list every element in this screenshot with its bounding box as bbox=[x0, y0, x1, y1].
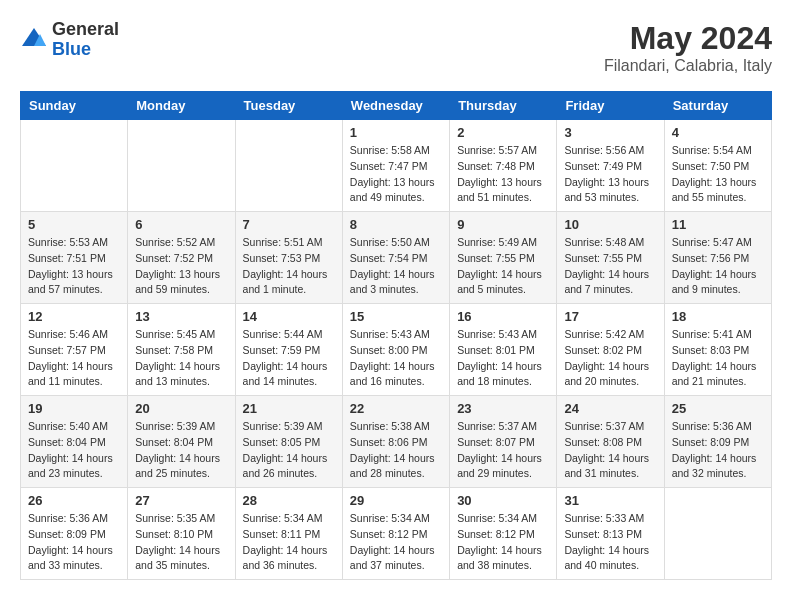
calendar-cell: 14Sunrise: 5:44 AMSunset: 7:59 PMDayligh… bbox=[235, 304, 342, 396]
calendar-cell: 22Sunrise: 5:38 AMSunset: 8:06 PMDayligh… bbox=[342, 396, 449, 488]
month-title: May 2024 bbox=[604, 20, 772, 57]
calendar-cell bbox=[128, 120, 235, 212]
calendar-cell: 27Sunrise: 5:35 AMSunset: 8:10 PMDayligh… bbox=[128, 488, 235, 580]
logo-blue: Blue bbox=[52, 40, 119, 60]
calendar-cell: 1Sunrise: 5:58 AMSunset: 7:47 PMDaylight… bbox=[342, 120, 449, 212]
day-number: 17 bbox=[564, 309, 656, 324]
day-info: Sunrise: 5:54 AMSunset: 7:50 PMDaylight:… bbox=[672, 143, 764, 206]
weekday-header: Thursday bbox=[450, 92, 557, 120]
calendar-cell: 23Sunrise: 5:37 AMSunset: 8:07 PMDayligh… bbox=[450, 396, 557, 488]
header-row: SundayMondayTuesdayWednesdayThursdayFrid… bbox=[21, 92, 772, 120]
calendar-cell: 8Sunrise: 5:50 AMSunset: 7:54 PMDaylight… bbox=[342, 212, 449, 304]
title-area: May 2024 Filandari, Calabria, Italy bbox=[604, 20, 772, 75]
day-number: 4 bbox=[672, 125, 764, 140]
day-info: Sunrise: 5:58 AMSunset: 7:47 PMDaylight:… bbox=[350, 143, 442, 206]
day-info: Sunrise: 5:45 AMSunset: 7:58 PMDaylight:… bbox=[135, 327, 227, 390]
day-number: 10 bbox=[564, 217, 656, 232]
day-number: 29 bbox=[350, 493, 442, 508]
weekday-header: Sunday bbox=[21, 92, 128, 120]
calendar-cell bbox=[664, 488, 771, 580]
weekday-header: Saturday bbox=[664, 92, 771, 120]
calendar-week-row: 5Sunrise: 5:53 AMSunset: 7:51 PMDaylight… bbox=[21, 212, 772, 304]
day-number: 30 bbox=[457, 493, 549, 508]
day-number: 25 bbox=[672, 401, 764, 416]
day-number: 11 bbox=[672, 217, 764, 232]
day-info: Sunrise: 5:41 AMSunset: 8:03 PMDaylight:… bbox=[672, 327, 764, 390]
calendar-table: SundayMondayTuesdayWednesdayThursdayFrid… bbox=[20, 91, 772, 580]
calendar-cell: 11Sunrise: 5:47 AMSunset: 7:56 PMDayligh… bbox=[664, 212, 771, 304]
calendar-cell: 10Sunrise: 5:48 AMSunset: 7:55 PMDayligh… bbox=[557, 212, 664, 304]
calendar-cell: 26Sunrise: 5:36 AMSunset: 8:09 PMDayligh… bbox=[21, 488, 128, 580]
calendar-cell: 25Sunrise: 5:36 AMSunset: 8:09 PMDayligh… bbox=[664, 396, 771, 488]
day-info: Sunrise: 5:50 AMSunset: 7:54 PMDaylight:… bbox=[350, 235, 442, 298]
calendar-cell: 12Sunrise: 5:46 AMSunset: 7:57 PMDayligh… bbox=[21, 304, 128, 396]
calendar-cell: 2Sunrise: 5:57 AMSunset: 7:48 PMDaylight… bbox=[450, 120, 557, 212]
calendar-cell: 7Sunrise: 5:51 AMSunset: 7:53 PMDaylight… bbox=[235, 212, 342, 304]
day-info: Sunrise: 5:34 AMSunset: 8:12 PMDaylight:… bbox=[457, 511, 549, 574]
day-info: Sunrise: 5:46 AMSunset: 7:57 PMDaylight:… bbox=[28, 327, 120, 390]
day-number: 15 bbox=[350, 309, 442, 324]
day-number: 1 bbox=[350, 125, 442, 140]
calendar-cell: 5Sunrise: 5:53 AMSunset: 7:51 PMDaylight… bbox=[21, 212, 128, 304]
day-info: Sunrise: 5:34 AMSunset: 8:11 PMDaylight:… bbox=[243, 511, 335, 574]
day-info: Sunrise: 5:43 AMSunset: 8:01 PMDaylight:… bbox=[457, 327, 549, 390]
day-info: Sunrise: 5:49 AMSunset: 7:55 PMDaylight:… bbox=[457, 235, 549, 298]
weekday-header: Friday bbox=[557, 92, 664, 120]
calendar-cell bbox=[21, 120, 128, 212]
calendar-cell: 13Sunrise: 5:45 AMSunset: 7:58 PMDayligh… bbox=[128, 304, 235, 396]
day-info: Sunrise: 5:37 AMSunset: 8:08 PMDaylight:… bbox=[564, 419, 656, 482]
page-header: General Blue May 2024 Filandari, Calabri… bbox=[20, 20, 772, 75]
day-info: Sunrise: 5:37 AMSunset: 8:07 PMDaylight:… bbox=[457, 419, 549, 482]
calendar-cell: 6Sunrise: 5:52 AMSunset: 7:52 PMDaylight… bbox=[128, 212, 235, 304]
day-info: Sunrise: 5:48 AMSunset: 7:55 PMDaylight:… bbox=[564, 235, 656, 298]
logo: General Blue bbox=[20, 20, 119, 60]
day-number: 14 bbox=[243, 309, 335, 324]
calendar-cell: 18Sunrise: 5:41 AMSunset: 8:03 PMDayligh… bbox=[664, 304, 771, 396]
day-info: Sunrise: 5:36 AMSunset: 8:09 PMDaylight:… bbox=[28, 511, 120, 574]
weekday-header: Tuesday bbox=[235, 92, 342, 120]
logo-icon bbox=[20, 26, 48, 54]
calendar-body: 1Sunrise: 5:58 AMSunset: 7:47 PMDaylight… bbox=[21, 120, 772, 580]
day-number: 31 bbox=[564, 493, 656, 508]
calendar-cell: 21Sunrise: 5:39 AMSunset: 8:05 PMDayligh… bbox=[235, 396, 342, 488]
calendar-cell: 20Sunrise: 5:39 AMSunset: 8:04 PMDayligh… bbox=[128, 396, 235, 488]
logo-text: General Blue bbox=[52, 20, 119, 60]
day-number: 9 bbox=[457, 217, 549, 232]
day-info: Sunrise: 5:43 AMSunset: 8:00 PMDaylight:… bbox=[350, 327, 442, 390]
day-number: 22 bbox=[350, 401, 442, 416]
day-number: 2 bbox=[457, 125, 549, 140]
day-info: Sunrise: 5:35 AMSunset: 8:10 PMDaylight:… bbox=[135, 511, 227, 574]
calendar-cell: 29Sunrise: 5:34 AMSunset: 8:12 PMDayligh… bbox=[342, 488, 449, 580]
calendar-week-row: 19Sunrise: 5:40 AMSunset: 8:04 PMDayligh… bbox=[21, 396, 772, 488]
day-number: 7 bbox=[243, 217, 335, 232]
weekday-header: Wednesday bbox=[342, 92, 449, 120]
calendar-week-row: 12Sunrise: 5:46 AMSunset: 7:57 PMDayligh… bbox=[21, 304, 772, 396]
day-number: 28 bbox=[243, 493, 335, 508]
calendar-cell bbox=[235, 120, 342, 212]
calendar-cell: 28Sunrise: 5:34 AMSunset: 8:11 PMDayligh… bbox=[235, 488, 342, 580]
day-number: 12 bbox=[28, 309, 120, 324]
day-number: 5 bbox=[28, 217, 120, 232]
day-info: Sunrise: 5:57 AMSunset: 7:48 PMDaylight:… bbox=[457, 143, 549, 206]
day-info: Sunrise: 5:39 AMSunset: 8:05 PMDaylight:… bbox=[243, 419, 335, 482]
day-info: Sunrise: 5:38 AMSunset: 8:06 PMDaylight:… bbox=[350, 419, 442, 482]
day-number: 6 bbox=[135, 217, 227, 232]
calendar-week-row: 1Sunrise: 5:58 AMSunset: 7:47 PMDaylight… bbox=[21, 120, 772, 212]
calendar-cell: 24Sunrise: 5:37 AMSunset: 8:08 PMDayligh… bbox=[557, 396, 664, 488]
calendar-cell: 31Sunrise: 5:33 AMSunset: 8:13 PMDayligh… bbox=[557, 488, 664, 580]
day-info: Sunrise: 5:42 AMSunset: 8:02 PMDaylight:… bbox=[564, 327, 656, 390]
logo-general: General bbox=[52, 20, 119, 40]
day-number: 8 bbox=[350, 217, 442, 232]
day-info: Sunrise: 5:47 AMSunset: 7:56 PMDaylight:… bbox=[672, 235, 764, 298]
calendar-cell: 3Sunrise: 5:56 AMSunset: 7:49 PMDaylight… bbox=[557, 120, 664, 212]
day-number: 18 bbox=[672, 309, 764, 324]
day-number: 23 bbox=[457, 401, 549, 416]
day-info: Sunrise: 5:44 AMSunset: 7:59 PMDaylight:… bbox=[243, 327, 335, 390]
day-info: Sunrise: 5:51 AMSunset: 7:53 PMDaylight:… bbox=[243, 235, 335, 298]
day-number: 20 bbox=[135, 401, 227, 416]
calendar-cell: 9Sunrise: 5:49 AMSunset: 7:55 PMDaylight… bbox=[450, 212, 557, 304]
day-number: 24 bbox=[564, 401, 656, 416]
day-number: 27 bbox=[135, 493, 227, 508]
day-info: Sunrise: 5:33 AMSunset: 8:13 PMDaylight:… bbox=[564, 511, 656, 574]
calendar-cell: 16Sunrise: 5:43 AMSunset: 8:01 PMDayligh… bbox=[450, 304, 557, 396]
